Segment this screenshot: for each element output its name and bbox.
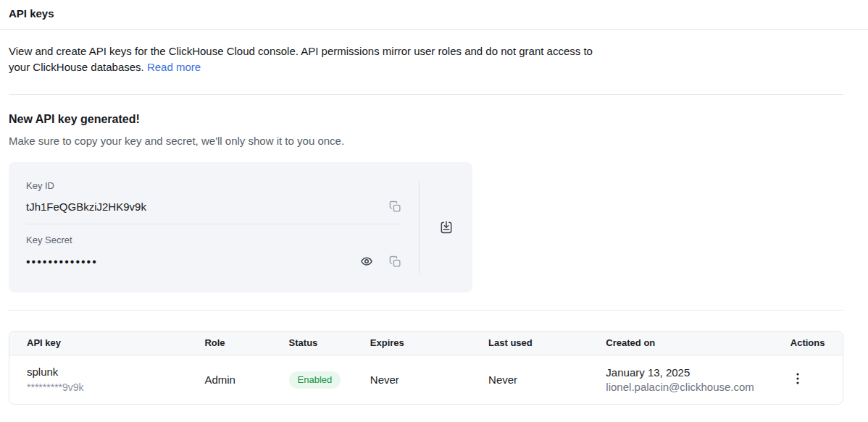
cell-role: Admin bbox=[187, 355, 271, 405]
key-id-value: tJh1FeQGBkziJ2HK9v9k bbox=[26, 201, 146, 213]
copy-icon bbox=[389, 201, 401, 213]
api-keys-table: API key Role Status Expires Last used Cr… bbox=[9, 331, 843, 405]
section-divider bbox=[9, 310, 843, 311]
generated-key-panel: Key ID tJh1FeQGBkziJ2HK9v9k Key Secret •… bbox=[9, 162, 472, 292]
section-divider bbox=[9, 94, 843, 95]
new-key-banner-subtitle: Make sure to copy your key and secret, w… bbox=[9, 134, 843, 148]
reveal-secret-button[interactable] bbox=[360, 255, 373, 268]
new-key-banner-title: New API key generated! bbox=[9, 112, 843, 127]
key-panel-download-area bbox=[420, 162, 472, 292]
key-id-row: tJh1FeQGBkziJ2HK9v9k bbox=[26, 201, 401, 213]
eye-icon bbox=[360, 255, 373, 268]
page-header: API keys bbox=[0, 0, 868, 30]
cell-api-key: splunk *********9v9k bbox=[9, 355, 187, 405]
key-secret-row: ••••••••••••• bbox=[26, 255, 401, 268]
key-fields: Key ID tJh1FeQGBkziJ2HK9v9k Key Secret •… bbox=[9, 162, 419, 292]
api-key-masked: *********9v9k bbox=[27, 381, 181, 394]
key-secret-actions bbox=[360, 255, 401, 268]
column-header-status: Status bbox=[272, 332, 353, 355]
read-more-link[interactable]: Read more bbox=[147, 61, 201, 73]
column-header-role: Role bbox=[187, 332, 271, 355]
kebab-menu-icon bbox=[796, 373, 799, 384]
page-title: API keys bbox=[9, 7, 859, 20]
download-icon bbox=[439, 220, 454, 235]
cell-expires: Never bbox=[353, 355, 471, 405]
content-area: View and create API keys for the ClickHo… bbox=[9, 43, 843, 405]
column-header-api-key: API key bbox=[9, 332, 187, 355]
column-header-last-used: Last used bbox=[471, 332, 588, 355]
download-key-button[interactable] bbox=[439, 220, 454, 235]
copy-icon bbox=[389, 256, 401, 268]
cell-created-on: January 13, 2025 lionel.palacin@clickhou… bbox=[588, 355, 772, 405]
table-row: splunk *********9v9k Admin Enabled Never… bbox=[9, 355, 843, 405]
page-description: View and create API keys for the ClickHo… bbox=[9, 43, 603, 75]
copy-secret-button[interactable] bbox=[389, 256, 401, 268]
cell-status: Enabled bbox=[272, 355, 353, 405]
cell-actions bbox=[773, 355, 843, 405]
key-secret-label: Key Secret bbox=[26, 235, 401, 245]
cell-last-used: Never bbox=[471, 355, 588, 405]
key-secret-masked-value: ••••••••••••• bbox=[26, 256, 98, 268]
copy-key-id-button[interactable] bbox=[389, 201, 401, 213]
column-header-actions: Actions bbox=[773, 332, 843, 355]
api-key-name: splunk bbox=[27, 365, 181, 379]
column-header-expires: Expires bbox=[353, 332, 471, 355]
row-actions-menu-button[interactable] bbox=[796, 373, 799, 384]
key-fields-divider bbox=[26, 224, 401, 224]
created-by-email: lionel.palacin@clickhouse.com bbox=[606, 380, 767, 394]
table-header: API key Role Status Expires Last used Cr… bbox=[9, 332, 843, 355]
column-header-created-on: Created on bbox=[588, 332, 772, 355]
status-badge: Enabled bbox=[289, 371, 341, 389]
created-date: January 13, 2025 bbox=[606, 366, 767, 380]
key-id-label: Key ID bbox=[26, 180, 401, 191]
description-text: View and create API keys for the ClickHo… bbox=[9, 45, 593, 73]
